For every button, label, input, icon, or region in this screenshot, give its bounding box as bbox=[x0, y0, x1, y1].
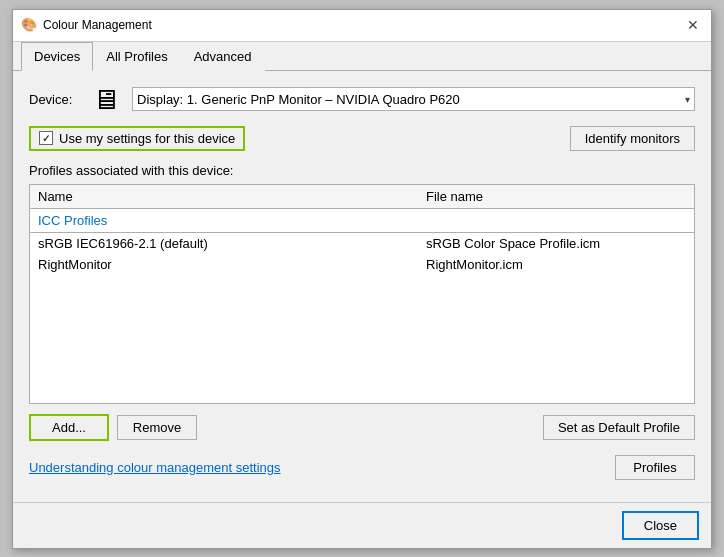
device-label: Device: bbox=[29, 92, 84, 107]
profiles-button[interactable]: Profiles bbox=[615, 455, 695, 480]
tab-content: Device: 🖥 Display: 1. Generic PnP Monito… bbox=[13, 71, 711, 502]
profile-name-0: sRGB IEC61966-2.1 (default) bbox=[38, 236, 426, 251]
app-icon: 🎨 bbox=[21, 17, 37, 33]
tab-advanced[interactable]: Advanced bbox=[181, 42, 265, 71]
use-settings-checkbox-wrapper[interactable]: ✓ Use my settings for this device bbox=[29, 126, 245, 151]
remove-button[interactable]: Remove bbox=[117, 415, 197, 440]
window-title: Colour Management bbox=[43, 18, 152, 32]
profile-filename-0: sRGB Color Space Profile.icm bbox=[426, 236, 686, 251]
bottom-row: Understanding colour management settings… bbox=[29, 455, 695, 480]
profiles-section-label: Profiles associated with this device: bbox=[29, 163, 695, 178]
profile-name-1: RightMonitor bbox=[38, 257, 426, 272]
checkbox-label: Use my settings for this device bbox=[59, 131, 235, 146]
col-filename-header: File name bbox=[426, 189, 686, 204]
close-button[interactable]: Close bbox=[622, 511, 699, 540]
profile-filename-1: RightMonitor.icm bbox=[426, 257, 686, 272]
colour-management-window: 🎨 Colour Management ✕ Devices All Profil… bbox=[12, 9, 712, 549]
action-buttons-row: Add... Remove Set as Default Profile bbox=[29, 414, 695, 441]
icc-group-label: ICC Profiles bbox=[30, 209, 694, 233]
settings-row: ✓ Use my settings for this device Identi… bbox=[29, 126, 695, 151]
table-row[interactable]: sRGB IEC61966-2.1 (default) sRGB Color S… bbox=[30, 233, 694, 254]
dropdown-arrow-icon: ▾ bbox=[685, 94, 690, 105]
monitor-icon: 🖥 bbox=[92, 83, 120, 116]
add-button[interactable]: Add... bbox=[29, 414, 109, 441]
set-default-button[interactable]: Set as Default Profile bbox=[543, 415, 695, 440]
table-row[interactable]: RightMonitor RightMonitor.icm bbox=[30, 254, 694, 275]
checkmark-icon: ✓ bbox=[42, 133, 50, 144]
tab-all-profiles[interactable]: All Profiles bbox=[93, 42, 180, 71]
tab-devices[interactable]: Devices bbox=[21, 42, 93, 71]
checkbox-box: ✓ bbox=[39, 131, 53, 145]
profiles-table: Name File name ICC Profiles sRGB IEC6196… bbox=[29, 184, 695, 404]
title-bar-left: 🎨 Colour Management bbox=[21, 17, 152, 33]
device-value: Display: 1. Generic PnP Monitor – NVIDIA… bbox=[137, 92, 685, 107]
tab-bar: Devices All Profiles Advanced bbox=[13, 42, 711, 71]
identify-monitors-button[interactable]: Identify monitors bbox=[570, 126, 695, 151]
device-row: Device: 🖥 Display: 1. Generic PnP Monito… bbox=[29, 83, 695, 116]
title-bar: 🎨 Colour Management ✕ bbox=[13, 10, 711, 42]
close-btn-row: Close bbox=[13, 502, 711, 548]
profiles-table-body: ICC Profiles sRGB IEC61966-2.1 (default)… bbox=[30, 209, 694, 389]
window-close-button[interactable]: ✕ bbox=[683, 15, 703, 35]
col-name-header: Name bbox=[38, 189, 426, 204]
device-select[interactable]: Display: 1. Generic PnP Monitor – NVIDIA… bbox=[132, 87, 695, 111]
understanding-link[interactable]: Understanding colour management settings bbox=[29, 460, 280, 475]
profiles-table-header: Name File name bbox=[30, 185, 694, 209]
